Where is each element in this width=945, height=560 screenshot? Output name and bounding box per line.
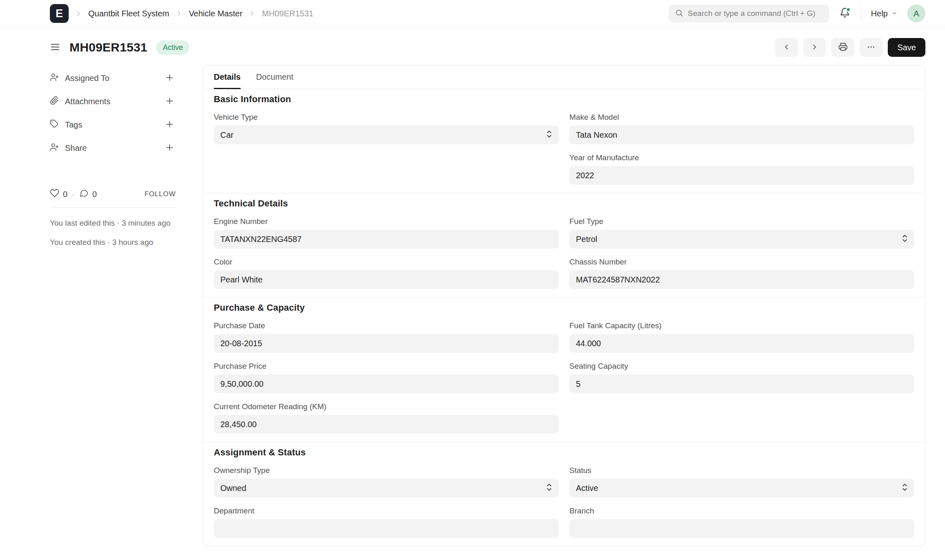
sidebar-item-share[interactable]: Share <box>50 137 176 160</box>
breadcrumb-item-doctype[interactable]: Vehicle Master <box>189 9 242 18</box>
field-current-odometer: Current Odometer Reading (KM) <box>214 402 559 434</box>
follow-button[interactable]: FOLLOW <box>144 190 176 198</box>
field-purchase-price: Purchase Price <box>214 362 559 393</box>
select-stepper-icon <box>546 482 552 494</box>
chevron-right-icon <box>175 10 183 17</box>
plus-icon <box>165 143 175 154</box>
reactions-row: 0 · 0 FOLLOW <box>50 188 176 200</box>
field-purchase-date: Purchase Date <box>214 321 559 353</box>
select-stepper-icon <box>546 129 552 141</box>
make-model-input[interactable] <box>569 125 914 144</box>
app-logo[interactable]: E <box>50 4 69 23</box>
search-input[interactable] <box>688 9 823 18</box>
prev-record-button[interactable] <box>775 38 798 57</box>
tab-details[interactable]: Details <box>214 65 241 89</box>
field-label: Department <box>214 506 559 515</box>
add-tag-button[interactable] <box>163 119 176 131</box>
section-basic-information: Basic Information Vehicle Type Car Make … <box>203 89 925 193</box>
status-badge: Active <box>156 40 189 55</box>
form-tabbar: Details Document <box>203 65 925 89</box>
chevron-right-icon <box>249 10 256 17</box>
branch-input[interactable] <box>569 519 914 538</box>
help-label: Help <box>871 9 888 18</box>
field-department: Department <box>214 506 559 538</box>
section-title: Technical Details <box>214 198 914 209</box>
odometer-reading-input[interactable] <box>214 415 559 434</box>
color-input[interactable] <box>214 270 559 289</box>
fuel-tank-capacity-input[interactable] <box>569 334 914 353</box>
breadcrumb-item-app[interactable]: Quantbit Fleet System <box>88 9 169 18</box>
sidebar-divider <box>50 207 176 208</box>
sidebar-item-tags[interactable]: Tags <box>50 113 176 137</box>
sidebar-toggle-button[interactable] <box>50 42 60 54</box>
select-stepper-icon <box>902 482 908 494</box>
section-title: Basic Information <box>214 94 914 105</box>
field-status: Status Active <box>569 466 914 497</box>
fuel-type-select[interactable]: Petrol <box>569 230 914 249</box>
sidebar-item-label: Assigned To <box>65 74 157 83</box>
next-record-button[interactable] <box>803 38 826 57</box>
chevron-right-icon <box>75 10 82 17</box>
ellipsis-icon <box>867 43 876 53</box>
field-make-model: Make & Model <box>569 113 914 144</box>
add-assignment-button[interactable] <box>163 72 176 85</box>
department-input[interactable] <box>214 519 559 538</box>
add-share-button[interactable] <box>163 142 176 155</box>
field-engine-number: Engine Number <box>214 217 559 249</box>
field-fuel-tank-capacity: Fuel Tank Capacity (Litres) <box>569 321 914 353</box>
breadcrumb-trail: Quantbit Fleet System Vehicle Master MH0… <box>88 9 314 18</box>
page-header: MH09ER1531 Active Save <box>0 27 945 65</box>
avatar[interactable]: A <box>907 4 925 22</box>
like-button[interactable]: 0 <box>50 188 67 200</box>
printer-icon <box>838 42 848 53</box>
sidebar-item-attachments[interactable]: Attachments <box>50 90 176 113</box>
print-button[interactable] <box>831 38 854 57</box>
purchase-price-input[interactable] <box>214 374 559 393</box>
select-value: Petrol <box>576 235 597 244</box>
form-sidebar: Assigned To Attachments Tags <box>50 65 176 248</box>
plus-icon <box>165 119 175 130</box>
chassis-number-input[interactable] <box>569 270 914 289</box>
field-label: Color <box>214 258 559 267</box>
sidebar-item-assigned-to[interactable]: Assigned To <box>50 67 176 90</box>
notifications-button[interactable] <box>839 7 851 20</box>
field-label: Branch <box>569 506 914 515</box>
save-button[interactable]: Save <box>888 38 925 57</box>
status-select[interactable]: Active <box>569 479 914 497</box>
section-assignment-status: Assignment & Status Ownership Type Owned… <box>203 442 925 546</box>
field-label: Make & Model <box>569 113 914 122</box>
field-label: Seating Capacity <box>569 362 914 371</box>
breadcrumb: E Quantbit Fleet System Vehicle Master M… <box>50 4 314 23</box>
add-attachment-button[interactable] <box>163 96 176 108</box>
more-actions-button[interactable] <box>860 38 882 57</box>
user-plus-icon <box>50 143 59 154</box>
section-technical-details: Technical Details Engine Number Fuel Typ… <box>203 193 925 297</box>
notification-dot <box>846 7 851 12</box>
field-label: Purchase Date <box>214 321 559 330</box>
field-branch: Branch <box>569 506 914 538</box>
field-label: Year of Manufacture <box>569 153 914 162</box>
global-search[interactable] <box>669 4 829 22</box>
paperclip-icon <box>50 96 59 107</box>
top-navbar: E Quantbit Fleet System Vehicle Master M… <box>0 0 945 27</box>
field-label: Ownership Type <box>214 466 559 475</box>
chevron-right-icon <box>811 43 819 52</box>
created-info: You created this · 3 hours ago <box>50 237 176 248</box>
tag-icon <box>50 119 59 130</box>
hamburger-icon <box>50 42 60 54</box>
seating-capacity-input[interactable] <box>569 374 914 393</box>
section-title: Assignment & Status <box>214 447 914 458</box>
page-body: Assigned To Attachments Tags <box>0 65 945 547</box>
year-of-manufacture-input[interactable] <box>569 166 914 185</box>
ownership-type-select[interactable]: Owned <box>214 479 559 497</box>
help-menu[interactable]: Help <box>871 9 898 18</box>
purchase-date-input[interactable] <box>214 334 559 353</box>
select-stepper-icon <box>902 233 908 245</box>
vehicle-type-select[interactable]: Car <box>214 125 559 144</box>
tab-document[interactable]: Document <box>256 65 293 89</box>
comments-button[interactable]: 0 <box>79 188 97 200</box>
engine-number-input[interactable] <box>214 230 559 249</box>
user-plus-icon <box>50 73 59 84</box>
field-label: Engine Number <box>214 217 559 226</box>
heart-icon <box>50 188 59 200</box>
